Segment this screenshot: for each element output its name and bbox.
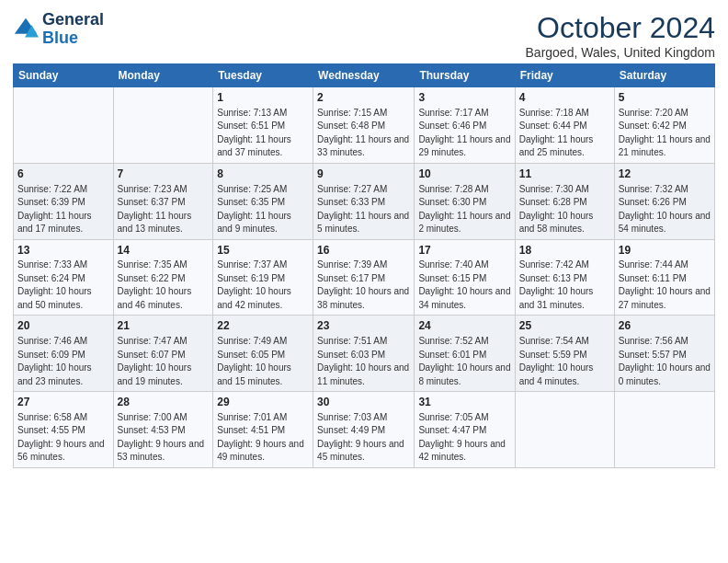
day-cell: 11Sunrise: 7:30 AM Sunset: 6:28 PM Dayli… [515, 163, 614, 239]
day-info: Sunrise: 7:23 AM Sunset: 6:37 PM Dayligh… [118, 183, 210, 236]
day-cell [614, 392, 714, 468]
day-cell: 6Sunrise: 7:22 AM Sunset: 6:39 PM Daylig… [14, 163, 114, 239]
day-number: 2 [317, 90, 410, 106]
day-number: 6 [17, 167, 109, 182]
day-number: 19 [619, 243, 711, 259]
day-number: 31 [418, 395, 510, 410]
header-cell-saturday: Saturday [614, 64, 714, 87]
week-row-5: 27Sunrise: 6:58 AM Sunset: 4:55 PM Dayli… [14, 392, 715, 468]
title-block: October 2024 Bargoed, Wales, United King… [526, 11, 715, 60]
day-info: Sunrise: 7:00 AM Sunset: 4:53 PM Dayligh… [118, 411, 210, 465]
day-number: 11 [519, 167, 610, 182]
day-info: Sunrise: 7:49 AM Sunset: 6:05 PM Dayligh… [217, 335, 309, 388]
day-number: 30 [317, 395, 410, 410]
day-cell [515, 392, 614, 468]
day-cell: 23Sunrise: 7:51 AM Sunset: 6:03 PM Dayli… [313, 316, 415, 392]
day-cell: 1Sunrise: 7:13 AM Sunset: 6:51 PM Daylig… [213, 87, 313, 164]
day-cell: 30Sunrise: 7:03 AM Sunset: 4:49 PM Dayli… [313, 392, 415, 468]
day-cell: 7Sunrise: 7:23 AM Sunset: 6:37 PM Daylig… [113, 163, 213, 239]
day-info: Sunrise: 7:33 AM Sunset: 6:24 PM Dayligh… [17, 259, 109, 312]
day-info: Sunrise: 7:15 AM Sunset: 6:48 PM Dayligh… [317, 107, 410, 160]
day-number: 9 [317, 167, 410, 182]
day-number: 3 [418, 90, 510, 106]
logo: General Blue [13, 11, 104, 48]
day-info: Sunrise: 7:25 AM Sunset: 6:35 PM Dayligh… [217, 183, 309, 236]
day-cell: 16Sunrise: 7:39 AM Sunset: 6:17 PM Dayli… [313, 239, 415, 316]
header-cell-thursday: Thursday [415, 64, 515, 87]
day-cell: 4Sunrise: 7:18 AM Sunset: 6:44 PM Daylig… [515, 87, 614, 164]
day-info: Sunrise: 7:17 AM Sunset: 6:46 PM Dayligh… [418, 107, 510, 160]
day-cell: 25Sunrise: 7:54 AM Sunset: 5:59 PM Dayli… [515, 316, 614, 392]
week-row-1: 1Sunrise: 7:13 AM Sunset: 6:51 PM Daylig… [14, 87, 715, 164]
day-cell: 22Sunrise: 7:49 AM Sunset: 6:05 PM Dayli… [213, 316, 313, 392]
day-cell: 26Sunrise: 7:56 AM Sunset: 5:57 PM Dayli… [614, 316, 714, 392]
header-cell-tuesday: Tuesday [213, 64, 313, 87]
day-number: 17 [418, 243, 510, 259]
day-cell: 19Sunrise: 7:44 AM Sunset: 6:11 PM Dayli… [614, 239, 714, 316]
month-title: October 2024 [526, 11, 715, 45]
day-number: 15 [217, 243, 309, 259]
day-info: Sunrise: 7:44 AM Sunset: 6:11 PM Dayligh… [619, 259, 711, 312]
day-info: Sunrise: 7:01 AM Sunset: 4:51 PM Dayligh… [217, 411, 309, 465]
day-number: 27 [17, 395, 109, 410]
day-number: 18 [519, 243, 610, 259]
day-number: 25 [519, 318, 610, 334]
logo-icon [13, 17, 39, 42]
header-cell-monday: Monday [113, 64, 213, 87]
header-cell-sunday: Sunday [14, 64, 114, 87]
day-info: Sunrise: 7:52 AM Sunset: 6:01 PM Dayligh… [418, 335, 510, 388]
day-number: 1 [217, 90, 309, 106]
day-cell: 3Sunrise: 7:17 AM Sunset: 6:46 PM Daylig… [415, 87, 515, 164]
logo-text-general: General [42, 11, 104, 29]
day-number: 20 [17, 318, 109, 334]
day-number: 8 [217, 167, 309, 182]
header: General Blue October 2024 Bargoed, Wales… [13, 11, 715, 60]
day-info: Sunrise: 7:13 AM Sunset: 6:51 PM Dayligh… [217, 107, 309, 160]
day-cell: 13Sunrise: 7:33 AM Sunset: 6:24 PM Dayli… [14, 239, 114, 316]
day-info: Sunrise: 7:28 AM Sunset: 6:30 PM Dayligh… [418, 183, 510, 236]
day-info: Sunrise: 7:18 AM Sunset: 6:44 PM Dayligh… [519, 107, 610, 160]
day-cell: 17Sunrise: 7:40 AM Sunset: 6:15 PM Dayli… [415, 239, 515, 316]
day-info: Sunrise: 7:51 AM Sunset: 6:03 PM Dayligh… [317, 335, 410, 388]
day-cell: 14Sunrise: 7:35 AM Sunset: 6:22 PM Dayli… [113, 239, 213, 316]
day-cell: 28Sunrise: 7:00 AM Sunset: 4:53 PM Dayli… [113, 392, 213, 468]
day-cell [14, 87, 114, 164]
day-number: 14 [118, 243, 210, 259]
day-cell: 18Sunrise: 7:42 AM Sunset: 6:13 PM Dayli… [515, 239, 614, 316]
day-info: Sunrise: 7:42 AM Sunset: 6:13 PM Dayligh… [519, 259, 610, 312]
day-info: Sunrise: 6:58 AM Sunset: 4:55 PM Dayligh… [17, 411, 109, 465]
calendar-header: SundayMondayTuesdayWednesdayThursdayFrid… [14, 64, 715, 87]
day-cell: 21Sunrise: 7:47 AM Sunset: 6:07 PM Dayli… [113, 316, 213, 392]
day-info: Sunrise: 7:40 AM Sunset: 6:15 PM Dayligh… [418, 259, 510, 312]
day-number: 29 [217, 395, 309, 410]
week-row-3: 13Sunrise: 7:33 AM Sunset: 6:24 PM Dayli… [14, 239, 715, 316]
subtitle: Bargoed, Wales, United Kingdom [526, 45, 715, 60]
day-number: 16 [317, 243, 410, 259]
day-cell: 20Sunrise: 7:46 AM Sunset: 6:09 PM Dayli… [14, 316, 114, 392]
day-cell: 5Sunrise: 7:20 AM Sunset: 6:42 PM Daylig… [614, 87, 714, 164]
day-cell: 27Sunrise: 6:58 AM Sunset: 4:55 PM Dayli… [14, 392, 114, 468]
day-number: 22 [217, 318, 309, 334]
day-number: 28 [118, 395, 210, 410]
day-cell: 15Sunrise: 7:37 AM Sunset: 6:19 PM Dayli… [213, 239, 313, 316]
day-info: Sunrise: 7:05 AM Sunset: 4:47 PM Dayligh… [418, 411, 510, 465]
day-info: Sunrise: 7:22 AM Sunset: 6:39 PM Dayligh… [17, 183, 109, 236]
week-row-4: 20Sunrise: 7:46 AM Sunset: 6:09 PM Dayli… [14, 316, 715, 392]
day-info: Sunrise: 7:03 AM Sunset: 4:49 PM Dayligh… [317, 411, 410, 465]
day-cell: 24Sunrise: 7:52 AM Sunset: 6:01 PM Dayli… [415, 316, 515, 392]
calendar-table: SundayMondayTuesdayWednesdayThursdayFrid… [13, 63, 715, 468]
day-cell: 29Sunrise: 7:01 AM Sunset: 4:51 PM Dayli… [213, 392, 313, 468]
day-number: 26 [619, 318, 711, 334]
header-cell-wednesday: Wednesday [313, 64, 415, 87]
day-number: 10 [418, 167, 510, 182]
day-info: Sunrise: 7:30 AM Sunset: 6:28 PM Dayligh… [519, 183, 610, 236]
day-cell [113, 87, 213, 164]
day-cell: 31Sunrise: 7:05 AM Sunset: 4:47 PM Dayli… [415, 392, 515, 468]
day-info: Sunrise: 7:32 AM Sunset: 6:26 PM Dayligh… [619, 183, 711, 236]
day-info: Sunrise: 7:39 AM Sunset: 6:17 PM Dayligh… [317, 259, 410, 312]
week-row-2: 6Sunrise: 7:22 AM Sunset: 6:39 PM Daylig… [14, 163, 715, 239]
header-row: SundayMondayTuesdayWednesdayThursdayFrid… [14, 64, 715, 87]
day-info: Sunrise: 7:46 AM Sunset: 6:09 PM Dayligh… [17, 335, 109, 388]
logo-text-blue: Blue [42, 29, 104, 48]
day-info: Sunrise: 7:27 AM Sunset: 6:33 PM Dayligh… [317, 183, 410, 236]
